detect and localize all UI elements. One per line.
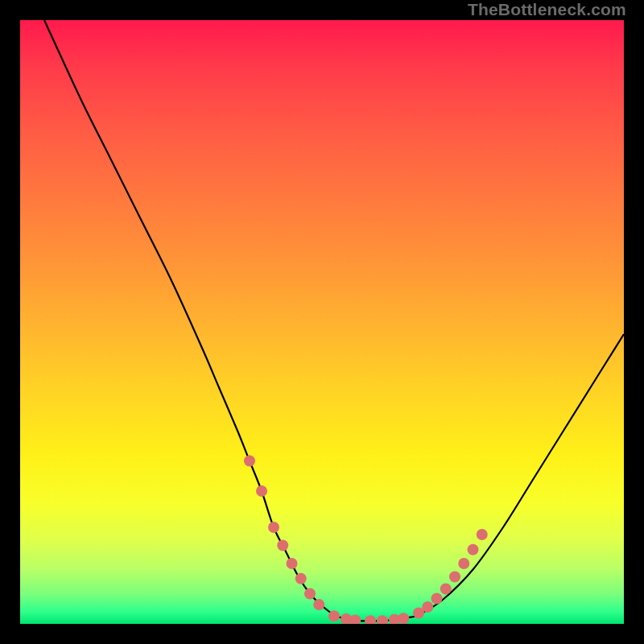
bottleneck-curve-svg — [20, 20, 624, 624]
highlight-dot — [304, 588, 316, 600]
highlight-dot — [449, 572, 460, 583]
highlight-dot — [458, 558, 469, 569]
highlight-dot — [477, 529, 488, 540]
highlight-dot — [422, 601, 433, 613]
chart-frame: TheBottleneck.com — [0, 0, 644, 644]
highlight-dot — [277, 540, 288, 551]
bottleneck-curve-path — [44, 20, 624, 621]
watermark-text: TheBottleneck.com — [468, 0, 626, 19]
highlight-dot — [440, 584, 452, 595]
highlight-dot — [256, 485, 267, 497]
highlight-dot — [365, 615, 376, 624]
highlight-dot — [377, 615, 388, 624]
highlight-dot — [328, 610, 340, 621]
highlight-dot — [313, 599, 324, 610]
highlight-dot — [268, 522, 279, 533]
highlight-dot — [349, 615, 361, 625]
highlight-dot — [287, 558, 298, 569]
highlight-dot — [295, 573, 307, 584]
highlight-dot — [468, 544, 479, 555]
highlight-dots — [244, 456, 488, 625]
highlight-dot — [398, 613, 409, 624]
highlight-dot — [431, 593, 443, 605]
highlight-dot — [244, 456, 255, 467]
